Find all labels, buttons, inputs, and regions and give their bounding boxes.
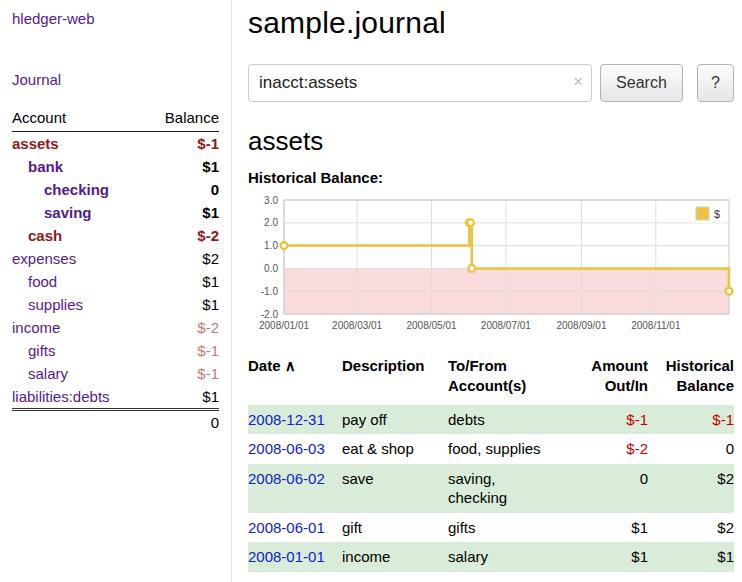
account-link[interactable]: assets [12,135,59,152]
account-heading: assets [248,126,734,157]
transaction-description: pay off [342,405,448,435]
transaction-date-link[interactable]: 2008-12-31 [248,411,325,428]
register-header-description: Description [342,354,448,405]
transaction-accounts: saving, checking [448,464,568,513]
transaction-date-link[interactable]: 2008-06-03 [248,440,325,457]
register-row: 2008-01-01incomesalary$1$1 [248,542,734,572]
help-button[interactable]: ? [697,64,734,102]
brand-link[interactable]: hledger-web [12,10,219,27]
account-row: income$-2 [12,316,219,339]
svg-text:3.0: 3.0 [264,195,278,206]
account-balance: $1 [145,385,219,410]
register-row: 2008-12-31pay offdebts$-1$-1 [248,405,734,435]
transaction-accounts: salary [448,542,568,572]
register-header-amount: AmountOut/In [568,354,648,405]
transaction-amount: 0 [568,464,648,513]
account-row: expenses$2 [12,247,219,270]
account-balance: $2 [145,247,219,270]
register-header-historical: HistoricalBalance [648,354,734,405]
transaction-date-link[interactable]: 2008-06-02 [248,470,325,487]
total-balance: 0 [145,410,219,435]
register-row: 2008-06-02savesaving, checking0$2 [248,464,734,513]
account-balance: 0 [145,178,219,201]
transaction-date-link[interactable]: 2008-01-01 [248,548,325,565]
account-balance: $1 [145,293,219,316]
account-link[interactable]: saving [44,204,92,221]
transaction-description: income [342,542,448,572]
account-row: supplies$1 [12,293,219,316]
account-link[interactable]: checking [44,181,109,198]
account-link[interactable]: bank [28,158,63,175]
register-header-row: Date ∧DescriptionTo/FromAccount(s)Amount… [248,354,734,405]
account-balance: $-1 [145,132,219,156]
transaction-description: gift [342,513,448,543]
account-balance: $-1 [145,339,219,362]
svg-text:2008/07/01: 2008/07/01 [481,320,531,331]
search-button[interactable]: Search [600,64,683,102]
account-balance: $-2 [145,316,219,339]
account-balance: $-1 [145,362,219,385]
search-box: × [248,64,592,102]
account-row: food$1 [12,270,219,293]
account-total-row: 0 [12,410,219,435]
transaction-description: eat & shop [342,434,448,464]
account-link[interactable]: liabilities:debts [12,388,110,405]
account-balance: $1 [145,270,219,293]
register-header-to-from: To/FromAccount(s) [448,354,568,405]
svg-text:2.0: 2.0 [264,217,278,228]
clear-search-icon[interactable]: × [573,72,583,92]
account-link[interactable]: food [28,273,57,290]
account-balance: $1 [145,201,219,224]
transaction-accounts: debts [448,405,568,435]
transaction-balance: $2 [648,464,734,513]
sidebar-item-journal[interactable]: Journal [12,71,219,88]
register-row: 2008-06-01giftgifts$1$2 [248,513,734,543]
account-row: liabilities:debts$1 [12,385,219,410]
account-balance: $-2 [145,224,219,247]
transaction-accounts: food, supplies [448,434,568,464]
account-link[interactable]: supplies [28,296,83,313]
svg-text:0.0: 0.0 [264,263,278,274]
transaction-date-link[interactable]: 2008-06-01 [248,519,325,536]
account-row: cash$-2 [12,224,219,247]
account-tree: Account Balance assets$-1bank$1checking0… [12,106,219,434]
account-col-header: Account [12,106,145,132]
transaction-amount: $-1 [568,405,648,435]
transaction-amount: $1 [568,513,648,543]
svg-text:1.0: 1.0 [264,240,278,251]
svg-text:2008/03/01: 2008/03/01 [332,320,382,331]
account-link[interactable]: gifts [28,342,56,359]
account-row: checking0 [12,178,219,201]
svg-text:-1.0: -1.0 [261,286,279,297]
account-row: gifts$-1 [12,339,219,362]
svg-text:$: $ [714,208,720,220]
account-row: saving$1 [12,201,219,224]
account-link[interactable]: salary [28,365,68,382]
account-tree-body: assets$-1bank$1checking0saving$1cash$-2e… [12,132,219,410]
transaction-balance: $2 [648,513,734,543]
balance-chart: 3.02.01.00.0-1.0-2.02008/01/012008/03/01… [248,190,734,340]
account-balance: $1 [145,155,219,178]
account-link[interactable]: income [12,319,60,336]
svg-text:2008/05/01: 2008/05/01 [406,320,456,331]
register-body: 2008-12-31pay offdebts$-1$-12008-06-03ea… [248,405,734,572]
account-row: assets$-1 [12,132,219,156]
sort-asc-icon: ∧ [281,357,296,374]
register-header-date[interactable]: Date ∧ [248,354,342,405]
account-link[interactable]: expenses [12,250,76,267]
register-table: Date ∧DescriptionTo/FromAccount(s)Amount… [248,354,734,572]
sidebar: hledger-web Journal Account Balance asse… [0,0,232,582]
main-content: sample.journal × Search ? assets Histori… [232,0,742,582]
transaction-amount: $-2 [568,434,648,464]
svg-text:2008/11/01: 2008/11/01 [631,320,681,331]
svg-text:2008/09/01: 2008/09/01 [556,320,606,331]
account-link[interactable]: cash [28,227,62,244]
search-input[interactable] [248,64,592,102]
chart-title: Historical Balance: [248,169,734,186]
svg-text:2008/01/01: 2008/01/01 [259,320,309,331]
transaction-balance: $1 [648,542,734,572]
svg-text:-2.0: -2.0 [261,309,279,320]
transaction-balance: 0 [648,434,734,464]
account-row: bank$1 [12,155,219,178]
account-tree-header: Account Balance [12,106,219,132]
